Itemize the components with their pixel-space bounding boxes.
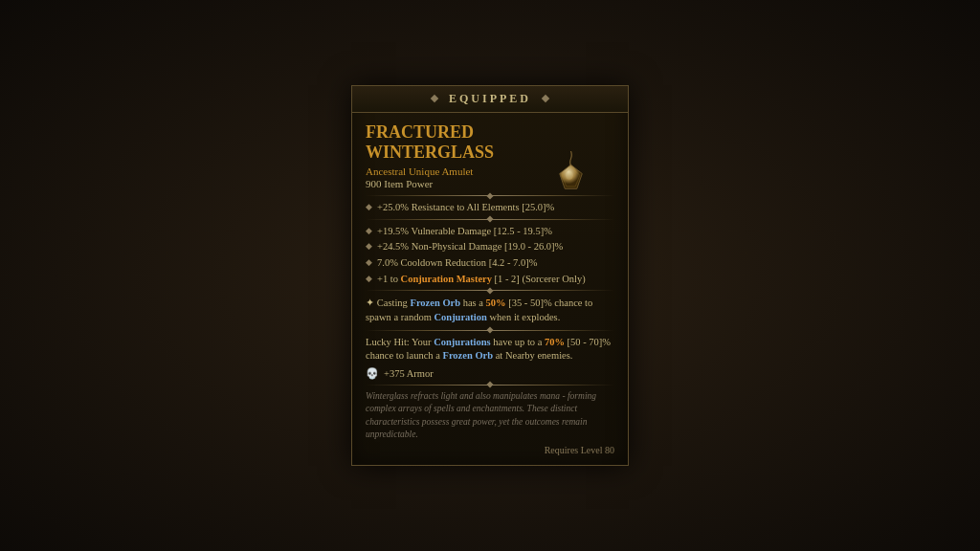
stat-bullet-1: ◆ (366, 202, 372, 213)
header-diamond-right (542, 95, 549, 102)
item-tooltip-panel: EQUIPPED FRACTURED WINTERGLASS (351, 85, 629, 466)
stat-item-4: ◆ 7.0% Cooldown Reduction [4.2 - 7.0]% (366, 256, 614, 270)
skull-icon: 💀 (366, 367, 379, 380)
stat-text-5: +1 to Conjuration Mastery [1 - 2] (Sorce… (377, 273, 586, 286)
special-star-icon: ✦ (366, 297, 377, 308)
flavor-text: Winterglass refracts light and also mani… (366, 390, 614, 441)
divider-2 (366, 219, 614, 220)
armor-line: 💀 +375 Armor (366, 367, 614, 380)
stat-list-2: ◆ +19.5% Vulnerable Damage [12.5 - 19.5]… (366, 225, 614, 286)
lucky-hit-section: Lucky Hit: Your Conjurations have up to … (366, 336, 614, 364)
divider-diamond-2 (486, 216, 493, 223)
stat-bullet-3: ◆ (366, 241, 372, 253)
svg-point-2 (566, 170, 573, 179)
stat-text-2: +19.5% Vulnerable Damage [12.5 - 19.5]% (377, 225, 552, 238)
divider-4 (366, 330, 614, 331)
divider-diamond-5 (486, 382, 493, 388)
requires-level: Requires Level 80 (366, 445, 614, 455)
special-ability: ✦ Casting Frozen Orb has a 50% [35 - 50]… (366, 296, 614, 324)
panel-header: EQUIPPED (352, 86, 628, 113)
divider-diamond-4 (486, 327, 493, 334)
stat-bullet-2: ◆ (366, 226, 372, 237)
stat-text-3: +24.5% Non-Physical Damage [19.0 - 26.0]… (377, 240, 563, 253)
armor-value: +375 Armor (384, 368, 434, 379)
stat-bullet-4: ◆ (366, 257, 372, 269)
divider-1 (366, 195, 614, 196)
stat-text-4: 7.0% Cooldown Reduction [4.2 - 7.0]% (377, 256, 537, 270)
divider-diamond-1 (486, 192, 493, 199)
panel-title: EQUIPPED (449, 92, 531, 106)
divider-3 (366, 290, 614, 291)
stat-item-2: ◆ +19.5% Vulnerable Damage [12.5 - 19.5]… (366, 225, 614, 238)
header-diamond-left (431, 95, 438, 102)
stat-item-5: ◆ +1 to Conjuration Mastery [1 - 2] (Sor… (366, 273, 614, 286)
divider-diamond-3 (486, 287, 493, 294)
divider-5 (366, 385, 614, 386)
stat-item-3: ◆ +24.5% Non-Physical Damage [19.0 - 26.… (366, 240, 614, 253)
stat-text-1: +25.0% Resistance to All Elements [25.0]… (377, 201, 554, 214)
stat-bullet-5: ◆ (366, 274, 372, 285)
panel-body: FRACTURED WINTERGLASS (352, 113, 628, 465)
item-name-wrapper: FRACTURED WINTERGLASS (366, 122, 614, 164)
